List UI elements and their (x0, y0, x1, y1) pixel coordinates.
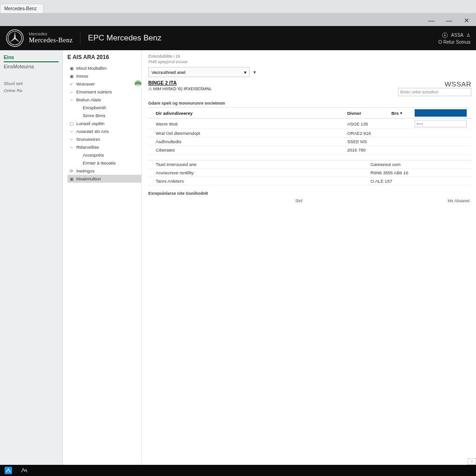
tree-item-label: Ineéngos (76, 168, 94, 173)
tree-item-label: Mixol Modtallim (76, 66, 106, 71)
tree-item-label: Inress (76, 73, 88, 79)
footer-right-label: Ms Absanet (448, 198, 469, 203)
tree-item-icon: ▣ (69, 177, 74, 181)
tree-item-icon: ⟳ (69, 169, 74, 173)
tree-item-icon: – (69, 129, 74, 134)
col-header-1: Dir adivndiveerey (149, 111, 347, 116)
table-row: Ciberatee2016 780 (148, 146, 471, 154)
breadcrumb-sub: PMB apepprnd eiooee (148, 60, 471, 64)
cell-label: Tiuet trnerouoed ane (149, 162, 370, 167)
resize-grip-icon[interactable]: ⁝⁝ (468, 458, 476, 465)
header-status-text: O Retur Somus (438, 40, 470, 45)
tree-item-label: Emspbeinth (83, 105, 106, 110)
tree-item-icon: ▣ (69, 74, 74, 79)
header-pill[interactable] (415, 109, 467, 117)
app-title: EPC Mercedes Benz (88, 33, 161, 43)
tree-item-3[interactable]: –Emonsent soirters (67, 88, 141, 96)
brand-logo-icon (6, 29, 24, 47)
header-assa-label: ASSA (451, 33, 463, 38)
tree-item-icon: – (69, 137, 74, 142)
section-2-title: Esrepuinlarse nite Gunihodnlt (148, 191, 471, 196)
tree-item-label: Aosestel sln Aris (76, 129, 109, 134)
wsar-label: WSSAR (398, 80, 471, 88)
taskbar (0, 465, 476, 476)
taskbar-app-icon-2[interactable] (20, 467, 28, 474)
cell-label: Asdhnultedts (149, 139, 347, 144)
cell-label: Werre Wuti (149, 121, 347, 126)
cell-label: Aruneorsve rentifity (149, 170, 370, 175)
table-row: Wral Oel dteernendoptORAE2 916 (148, 129, 471, 138)
chevron-down-icon: ▾ (244, 70, 246, 75)
main-content: Extendubilite i 16 PMB apepprnd eiooee V… (142, 50, 476, 465)
svg-rect-6 (5, 467, 12, 474)
tree-item-8[interactable]: –Aosestel sln Aris (67, 127, 141, 135)
nav-tree-title: E AIS ARA 2016 (67, 54, 141, 60)
tree-item-label: Emonsent soirters (76, 89, 112, 94)
cell-value: ASGE 135 (347, 121, 391, 126)
spec-table-2: Tiuet trnerouoed aneGaresesut oomAruneor… (148, 160, 471, 185)
tree-item-11[interactable]: Arosspréts (67, 151, 141, 159)
search-input[interactable]: Breec unkie turtuskon (398, 88, 471, 96)
sidebar-tab-secondary[interactable]: EinsMoteurna (4, 62, 59, 71)
dropdown-expand-icon[interactable]: ▾ (253, 69, 260, 75)
tree-item-label: Simre Bims (83, 113, 106, 118)
user-icon: ♙ (466, 33, 470, 38)
table-row: Werre WutiASGE 135ffret (148, 119, 471, 129)
tree-item-13[interactable]: ⟳Ineéngos (67, 167, 141, 175)
browser-tab[interactable]: Mercedes-Benz (0, 4, 44, 13)
sidebar-link-1[interactable]: Shuvl sinl (4, 71, 59, 86)
tree-item-7[interactable]: ▢Lunasil ospttin (67, 119, 141, 127)
col-header-2: Divnor (347, 111, 391, 116)
tree-item-9[interactable]: –Srunuireirsn (67, 135, 141, 143)
tree-item-icon: – (69, 90, 74, 94)
cell-value: Garesesut oom (370, 162, 470, 167)
breadcrumb: Extendubilite i 16 (148, 54, 471, 59)
col-header-3[interactable]: Brs ▾ (391, 111, 415, 116)
table-row: Tiuet trnerouoed aneGaresesut oom (148, 160, 471, 169)
table-header-row: Dir adivndiveerey Divnor Brs ▾ (148, 108, 471, 119)
print-icon[interactable] (142, 80, 142, 87)
cell-label: Tanrs Anleters (149, 178, 370, 184)
inline-input[interactable]: ffret (415, 120, 467, 127)
minimize-icon[interactable]: — (428, 17, 435, 24)
sidebar-link-2[interactable]: Onine Re (4, 86, 59, 93)
tree-item-icon: ✓ (69, 82, 74, 86)
tree-item-14[interactable]: ▣Mxainriultion (67, 175, 141, 183)
tree-item-6[interactable]: Simre Bims (67, 112, 141, 119)
tree-item-label: Rtitarvellise (76, 145, 99, 150)
document-subtitle: ⚠ MIM HIISKD \0) IRXEISESMNL (148, 86, 212, 91)
tree-item-4[interactable]: –Bistiun Alaiis (67, 96, 141, 104)
tree-item-10[interactable]: –Rtitarvellise (67, 143, 141, 151)
sidebar-tab-active[interactable]: Eins (4, 53, 59, 62)
maximize-icon[interactable]: — (445, 17, 453, 24)
tree-item-icon: ▢ (69, 121, 74, 126)
nav-tree: E AIS ARA 2016 ▣Mixol Modtallim▣Inress✓W… (63, 50, 142, 465)
left-sidebar: Eins EinsMoteurna Shuvl sinl Onine Re (0, 50, 63, 465)
tree-item-label: Arosspréts (83, 152, 104, 158)
document-title[interactable]: BINGE 2 ITA (148, 80, 212, 86)
brand-name: Mercedes-Benz (29, 37, 73, 44)
table-row: Aruneorsve rentifityR9N6 3555 AB6 16 (148, 169, 471, 177)
spec-table-1: Dir adivndiveerey Divnor Brs ▾ Werre Wut… (148, 107, 471, 154)
context-dropdown[interactable]: Vecrsothnetl anel ▾ (148, 67, 250, 77)
cell-value: SSEE MS (347, 139, 391, 144)
taskbar-app-icon-1[interactable] (5, 467, 12, 474)
tree-item-label: Ermier à ttwoatis (83, 160, 116, 165)
tree-item-icon: ▣ (69, 66, 74, 71)
tree-item-1[interactable]: ▣Inress (67, 72, 141, 80)
tree-item-label: Wutosver (76, 81, 95, 86)
tree-item-2[interactable]: ✓Wutosver (67, 80, 141, 88)
cell-value: ORAE2 916 (347, 131, 391, 136)
tree-item-5[interactable]: Emspbeinth (67, 104, 141, 112)
tree-item-0[interactable]: ▣Mixol Modtallim (67, 64, 141, 72)
tree-item-label: Mxainriultion (76, 176, 101, 181)
brand-logo-small-icon (442, 32, 448, 39)
close-icon[interactable]: ✕ (463, 17, 470, 24)
cell-value: 2016 780 (347, 147, 391, 152)
tree-item-12[interactable]: Ermier à ttwoatis (67, 159, 141, 167)
table-row: Tanrs AnletersO.ALE 157 (148, 177, 471, 185)
cell-label: Wral Oel dteernendopt (149, 131, 347, 136)
brand-subtitle: Mercedes (29, 32, 73, 37)
table-row: AsdhnultedtsSSEE MS (148, 138, 471, 146)
cell-value: O.ALE 157 (370, 178, 470, 184)
